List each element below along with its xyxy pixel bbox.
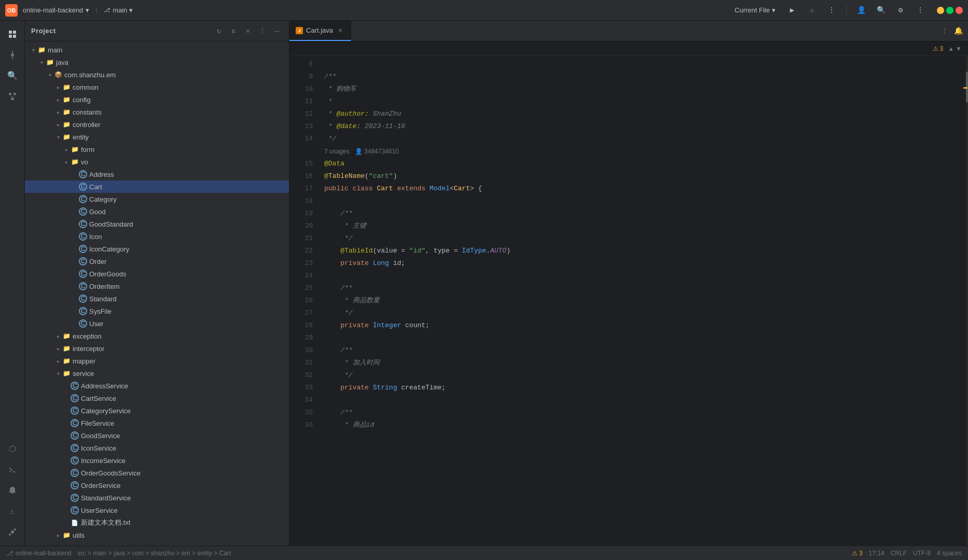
tree-item-goodservice[interactable]: C GoodService xyxy=(25,429,289,442)
recent-files-icon[interactable]: ⋮ xyxy=(939,25,950,37)
activity-terminal-icon[interactable] xyxy=(3,460,22,479)
notifications-icon[interactable]: 🔔 xyxy=(952,25,964,37)
tree-item-vo[interactable]: ▸ 📁 vo xyxy=(25,156,289,168)
tree-item-package[interactable]: ▾ 📦 com.shanzhu.em xyxy=(25,68,289,81)
bookmark-button[interactable]: ☆ xyxy=(805,3,819,18)
tree-item-address[interactable]: C Address xyxy=(25,168,289,180)
activity-problems-icon[interactable]: ⚠ xyxy=(3,502,22,521)
tree-item-controller[interactable]: ▸ 📁 controller xyxy=(25,118,289,131)
tree-item-ordergoods[interactable]: C OrderGoods xyxy=(25,268,289,280)
tree-item-ordergoodsservice[interactable]: C OrderGoodsService xyxy=(25,467,289,479)
project-selector[interactable]: online-mall-backend ▾ xyxy=(23,6,89,14)
activity-plugins-icon[interactable]: ⬡ xyxy=(3,440,22,458)
tree-item-addressservice[interactable]: C AddressService xyxy=(25,380,289,392)
activity-project-icon[interactable] xyxy=(3,25,22,44)
account-button[interactable]: 👤 xyxy=(854,3,868,18)
tree-item-category[interactable]: C Category xyxy=(25,193,289,205)
tree-item-standardservice[interactable]: C StandardService xyxy=(25,492,289,504)
more-button[interactable]: ⋮ xyxy=(913,3,928,18)
tree-item-orderservice[interactable]: C OrderService xyxy=(25,479,289,492)
tab-close-button[interactable]: ✕ xyxy=(336,26,344,35)
breadcrumb: src > main > java > com > shanzhu > em >… xyxy=(77,550,231,557)
tree-item-utils[interactable]: ▸ 📁 utils xyxy=(25,529,289,541)
code-line-15: @Data xyxy=(324,158,961,170)
tree-item-entity[interactable]: ▾ 📁 entity xyxy=(25,131,289,143)
tree-item-cartservice[interactable]: C CartService xyxy=(25,392,289,404)
tree-item-mapper[interactable]: ▸ 📁 mapper xyxy=(25,355,289,367)
git-branch-status[interactable]: ⎇ online-mall-backend xyxy=(6,550,71,557)
line-numbers: 8 9 10 11 12 13 14 15 16 17 18 19 20 21 … xyxy=(289,56,318,545)
code-line-26: * 商品数量 xyxy=(324,295,961,307)
tree-label: Good xyxy=(89,208,106,216)
tree-item-config[interactable]: ▸ 📁 config xyxy=(25,93,289,106)
branch-selector[interactable]: ⎇ main ▾ xyxy=(104,6,133,14)
tree-item-goodstandard[interactable]: C GoodStandard xyxy=(25,218,289,230)
search-button[interactable]: 🔍 xyxy=(874,3,888,18)
activity-notifications-icon[interactable] xyxy=(3,481,22,500)
tree-arrow: ▾ xyxy=(54,369,62,377)
run-button[interactable]: ▶ xyxy=(785,3,799,18)
current-file-button[interactable]: Current File ▾ xyxy=(730,4,780,16)
warning-indicator[interactable]: ⚠ 3 ▲ ▼ xyxy=(933,45,962,52)
tree-item-orderitem[interactable]: C OrderItem xyxy=(25,280,289,292)
maximize-button[interactable]: □ xyxy=(946,7,953,14)
tree-item-good[interactable]: C Good xyxy=(25,205,289,218)
tree-arrow xyxy=(71,170,79,178)
class-icon: C xyxy=(71,419,79,427)
tab-cart-java[interactable]: J Cart.java ✕ xyxy=(289,21,351,41)
sidebar-minimize-icon[interactable]: — xyxy=(271,25,283,37)
tree-label: common xyxy=(73,83,99,91)
tree-item-common[interactable]: ▸ 📁 common xyxy=(25,81,289,93)
tree-item-userservice[interactable]: C UserService xyxy=(25,504,289,516)
class-icon: C xyxy=(79,220,87,228)
activity-structure-icon[interactable] xyxy=(3,87,22,106)
minimap-scrollbar[interactable] xyxy=(961,56,968,545)
tree-item-fileservice[interactable]: C FileService xyxy=(25,417,289,429)
sidebar-refresh-icon[interactable]: ↻ xyxy=(213,25,225,37)
cursor-position[interactable]: 17:14 xyxy=(869,550,884,557)
scroll-down-icon[interactable]: ▼ xyxy=(956,45,962,52)
tree-item-constants[interactable]: ▸ 📁 constants xyxy=(25,106,289,118)
tree-item-txtfile[interactable]: 📄 新建文本文档.txt xyxy=(25,516,289,529)
svg-rect-7 xyxy=(9,93,11,95)
more-options-button[interactable]: ⋮ xyxy=(824,3,839,18)
tree-item-form[interactable]: ▸ 📁 form xyxy=(25,143,289,156)
code-content[interactable]: /** * 购物车 * * @author: ShanZhu * @date: … xyxy=(318,56,961,545)
sidebar-close-icon[interactable]: ✕ xyxy=(242,25,254,37)
code-line-32: */ xyxy=(324,369,961,382)
tree-item-standard[interactable]: C Standard xyxy=(25,292,289,305)
activity-search-icon[interactable]: 🔍 xyxy=(3,66,22,85)
tree-item-icon[interactable]: C Icon xyxy=(25,230,289,243)
tree-item-service[interactable]: ▾ 📁 service xyxy=(25,367,289,380)
activity-vcs-icon[interactable] xyxy=(3,46,22,64)
tree-item-sysfile[interactable]: C SysFile xyxy=(25,305,289,317)
warnings-status[interactable]: ⚠ 3 xyxy=(852,550,863,557)
close-button[interactable]: × xyxy=(956,7,963,14)
tree-item-iconcategory[interactable]: C IconCategory xyxy=(25,243,289,255)
encoding[interactable]: UTF-8 xyxy=(913,550,931,557)
tree-item-incomeservice[interactable]: C IncomeService xyxy=(25,454,289,467)
minimize-button[interactable]: — xyxy=(937,7,944,14)
tree-item-categoryservice[interactable]: C CategoryService xyxy=(25,404,289,417)
scroll-up-icon[interactable]: ▲ xyxy=(948,45,954,52)
tree-item-order[interactable]: C Order xyxy=(25,255,289,268)
sidebar-toolbar: ↻ ⇅ ✕ ⋮ — xyxy=(213,25,283,37)
tree-item-main[interactable]: ▾ 📁 main xyxy=(25,44,289,56)
tree-arrow xyxy=(71,270,79,278)
indent-setting[interactable]: 4 spaces xyxy=(937,550,962,557)
tree-item-java[interactable]: ▾ 📁 java xyxy=(25,56,289,68)
settings-button[interactable]: ⚙ xyxy=(893,3,908,18)
tree-item-exception[interactable]: ▸ 📁 exception xyxy=(25,330,289,342)
tree-arrow xyxy=(62,431,71,440)
tree-item-iconservice[interactable]: C IconService xyxy=(25,442,289,454)
line-ending[interactable]: CRLF xyxy=(891,550,907,557)
tree-item-cart[interactable]: C Cart xyxy=(25,180,289,193)
tree-item-interceptor[interactable]: ▸ 📁 interceptor xyxy=(25,342,289,355)
class-icon: C xyxy=(71,481,79,489)
sidebar-more-icon[interactable]: ⋮ xyxy=(257,25,268,37)
sidebar-collapse-icon[interactable]: ⇅ xyxy=(228,25,239,37)
activity-git-icon[interactable] xyxy=(3,523,22,541)
svg-rect-2 xyxy=(9,35,12,38)
folder-icon: 📁 xyxy=(62,95,71,104)
tree-item-user[interactable]: C User xyxy=(25,317,289,330)
